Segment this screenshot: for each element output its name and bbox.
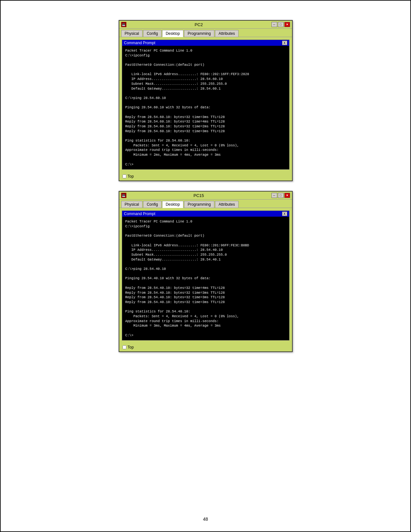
window-footer-pc15: Top [119,343,292,351]
cmd-header-label-pc15: Command Prompt [124,212,155,216]
cmd-close-button-pc15[interactable]: X [282,212,287,216]
title-controls-pc15: ─ □ ✕ [271,193,290,198]
cmd-body-pc15[interactable]: Packet Tracer PC Command Line 1.0 C:\>ip… [122,217,289,340]
page-number: 48 [203,517,208,522]
window-pc2: 💻 PC2 ─ □ ✕ Physical Config Desktop Prog… [119,20,293,181]
minimize-button-pc15[interactable]: ─ [271,193,277,198]
tab-programming-pc15[interactable]: Programming [184,201,214,208]
title-bar-left-pc15: 💻 [121,193,126,198]
tab-bar-pc2: Physical Config Desktop Programming Attr… [119,29,292,37]
tab-bar-pc15: Physical Config Desktop Programming Attr… [119,200,292,208]
maximize-button-pc15[interactable]: □ [278,193,284,198]
cmd-container-pc15: Command Prompt X Packet Tracer PC Comman… [122,211,289,340]
title-bar-pc15: 💻 PC15 ─ □ ✕ [119,192,292,200]
tab-programming-pc2[interactable]: Programming [184,30,214,37]
window-title-pc15: PC15 [126,193,271,198]
cmd-header-pc2: Command Prompt X [122,40,289,46]
title-bar-pc2: 💻 PC2 ─ □ ✕ [119,21,292,29]
tab-desktop-pc15[interactable]: Desktop [162,201,183,208]
cmd-body-pc2[interactable]: Packet Tracer PC Command Line 1.0 C:\>ip… [122,46,289,169]
title-bar-left: 💻 [121,22,126,27]
tab-config-pc15[interactable]: Config [143,201,161,208]
windows-area: 💻 PC2 ─ □ ✕ Physical Config Desktop Prog… [26,20,385,362]
tab-config-pc2[interactable]: Config [143,30,161,37]
cmd-container-pc2: Command Prompt X Packet Tracer PC Comman… [122,40,289,170]
window-footer-pc2: Top [119,172,292,181]
cmd-header-label-pc2: Command Prompt [124,41,155,45]
top-label-pc15: Top [128,345,134,350]
top-checkbox-pc2[interactable] [122,174,126,178]
close-button-pc2[interactable]: ✕ [284,22,290,27]
page-content: 💻 PC2 ─ □ ✕ Physical Config Desktop Prog… [1,1,410,531]
window-icon-pc15: 💻 [121,193,126,198]
close-button-pc15[interactable]: ✕ [284,193,290,198]
title-controls-pc2: ─ □ ✕ [271,22,290,27]
minimize-button-pc2[interactable]: ─ [271,22,277,27]
tab-attributes-pc2[interactable]: Attributes [215,30,239,37]
tab-attributes-pc15[interactable]: Attributes [215,201,239,208]
tab-physical-pc2[interactable]: Physical [121,30,143,37]
window-pc15: 💻 PC15 ─ □ ✕ Physical Config Desktop Pro… [119,191,293,352]
tab-physical-pc15[interactable]: Physical [121,201,143,208]
top-checkbox-pc15[interactable] [122,345,126,349]
top-label-pc2: Top [128,174,134,179]
tab-desktop-pc2[interactable]: Desktop [162,30,183,37]
window-icon-pc2: 💻 [121,22,126,27]
window-title-pc2: PC2 [126,22,271,27]
cmd-close-button-pc2[interactable]: X [282,41,287,45]
cmd-header-pc15: Command Prompt X [122,211,289,217]
maximize-button-pc2[interactable]: □ [278,22,284,27]
